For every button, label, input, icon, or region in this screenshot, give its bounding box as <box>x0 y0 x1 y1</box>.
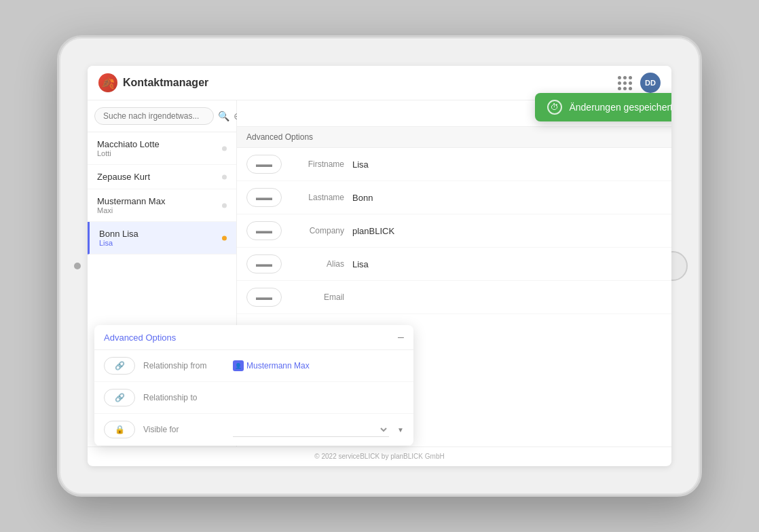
panel-field-label-visible-for: Visible for <box>143 425 225 434</box>
relation-badge: 👤 Mustermann Max <box>233 360 310 371</box>
contact-name-0: Macchiato Lotte <box>97 139 227 149</box>
field-label-firstname: Firstname <box>290 159 344 169</box>
contact-name-3: Bonn Lisa <box>99 229 227 239</box>
field-icon-btn-company[interactable]: ▬▬ <box>246 221 282 240</box>
contact-status-2 <box>222 203 227 208</box>
contact-name-2: Mustermann Max <box>97 196 227 206</box>
panel-field-value-relation-from: 👤 Mustermann Max <box>233 360 310 371</box>
app-footer: © 2022 serviceBLICK by planBLICK GmbH <box>88 446 671 466</box>
search-input[interactable] <box>94 107 214 125</box>
field-label-company: Company <box>290 226 344 235</box>
app-title: Kontaktmanager <box>123 77 208 89</box>
field-icon-btn-email[interactable]: ▬▬ <box>246 288 282 307</box>
advanced-panel-title: Advanced Options <box>104 332 176 343</box>
toast-check-icon: ⏱ <box>547 100 562 115</box>
device-frame: Kontaktmanager DD 🔍 ⊕ ↻ <box>57 35 702 497</box>
field-label-email: Email <box>290 292 344 302</box>
contact-item-1[interactable]: Zepause Kurt <box>88 165 236 189</box>
field-label-lastname: Lastname <box>290 193 344 202</box>
footer-text: © 2022 serviceBLICK by planBLICK GmbH <box>314 453 444 460</box>
select-chevron-icon: ▼ <box>397 426 404 434</box>
search-icon[interactable]: 🔍 <box>218 111 229 121</box>
device-screen: Kontaktmanager DD 🔍 ⊕ ↻ <box>88 66 671 466</box>
field-row-email: ▬▬ Email <box>237 281 671 314</box>
field-icon-btn-alias[interactable]: ▬▬ <box>246 254 282 273</box>
field-row-firstname: ▬▬ Firstname Lisa <box>237 148 671 181</box>
panel-field-label-relation-from: Relationship from <box>143 361 225 370</box>
advanced-options-panel: Advanced Options – 🔗 Relationship from 👤… <box>94 325 413 446</box>
contact-card-icon-firstname: ▬▬ <box>256 159 272 169</box>
contact-card-inner-2: ▬▬ <box>256 193 272 202</box>
field-row-company: ▬▬ Company planBLICK <box>237 214 671 248</box>
contact-card-inner-5: ▬▬ <box>256 292 272 302</box>
panel-field-row-relation-from: 🔗 Relationship from 👤 Mustermann Max <box>94 350 413 382</box>
device-side-dot <box>74 263 81 269</box>
panel-field-row-relation-to: 🔗 Relationship to <box>94 382 413 414</box>
toast-message: Änderungen gespeichert <box>569 102 671 113</box>
app-logo: Kontaktmanager <box>98 73 208 92</box>
field-value-firstname: Lisa <box>352 159 662 170</box>
panel-minimize-button[interactable]: – <box>398 332 404 343</box>
search-bar: 🔍 ⊕ ↻ <box>88 100 236 132</box>
panel-icon-btn-relation-from[interactable]: 🔗 <box>104 357 135 375</box>
contact-alias-2: Maxi <box>97 206 227 214</box>
relation-contact-icon: 👤 <box>233 360 244 371</box>
field-value-alias: Lisa <box>352 259 662 269</box>
user-avatar[interactable]: DD <box>640 73 661 93</box>
contact-card-icon-lastname: ▬▬ <box>256 193 272 202</box>
contact-alias-3: Lisa <box>99 239 227 247</box>
contact-card-icon-email: ▬▬ <box>256 292 272 302</box>
link-icon-2: 🔗 <box>115 393 125 402</box>
contact-card-inner-4: ▬▬ <box>256 259 272 269</box>
header-right: DD <box>618 73 661 93</box>
contact-card-inner: ▬▬ <box>256 159 272 169</box>
field-value-company: planBLICK <box>352 226 662 236</box>
visible-for-select[interactable]: All Owner <box>233 423 389 437</box>
contact-name-1: Zepause Kurt <box>97 172 227 182</box>
field-label-alias: Alias <box>290 259 344 269</box>
grid-menu-icon[interactable] <box>618 76 632 90</box>
contact-item-3[interactable]: Bonn Lisa Lisa <box>88 222 236 254</box>
panel-icon-btn-relation-to[interactable]: 🔗 <box>104 389 135 406</box>
contact-status-1 <box>222 174 227 179</box>
contact-card-icon-alias: ▬▬ <box>256 259 272 269</box>
contact-item-0[interactable]: Macchiato Lotte Lotti <box>88 132 236 165</box>
contact-status-0 <box>222 146 227 151</box>
panel-icon-btn-visible-for[interactable]: 🔒 <box>104 421 135 438</box>
contact-card-inner-3: ▬▬ <box>256 226 272 235</box>
checkmark-icon: ⏱ <box>551 102 559 112</box>
contact-item-2[interactable]: Mustermann Max Maxi <box>88 189 236 222</box>
panel-field-label-relation-to: Relationship to <box>143 393 225 402</box>
field-icon-btn-firstname[interactable]: ▬▬ <box>246 155 282 174</box>
field-row-lastname: ▬▬ Lastname Bonn <box>237 181 671 214</box>
contact-card-icon-company: ▬▬ <box>256 226 272 235</box>
field-row-alias: ▬▬ Alias Lisa <box>237 248 671 281</box>
panel-field-row-visible-for: 🔒 Visible for All Owner ▼ <box>94 414 413 446</box>
contact-status-3 <box>222 235 227 240</box>
field-icon-btn-lastname[interactable]: ▬▬ <box>246 188 282 207</box>
lock-icon: 🔒 <box>115 425 125 434</box>
advanced-panel-header: Advanced Options – <box>94 325 413 350</box>
app-logo-icon <box>98 73 117 92</box>
field-value-lastname: Bonn <box>352 193 662 203</box>
contact-alias-0: Lotti <box>97 149 227 157</box>
toast-notification: ⏱ Änderungen gespeichert <box>535 93 671 121</box>
section-header: Advanced Options <box>237 127 671 148</box>
relation-name: Mustermann Max <box>246 361 310 370</box>
section-title: Advanced Options <box>246 132 313 142</box>
link-icon-1: 🔗 <box>115 361 125 370</box>
